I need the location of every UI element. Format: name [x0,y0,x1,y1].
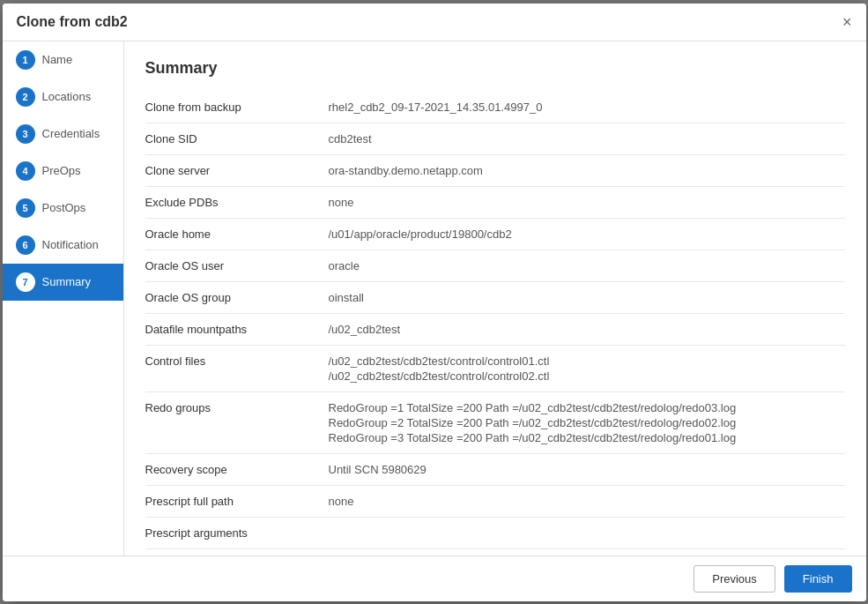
step-badge-3: 3 [16,124,35,144]
row-label: Oracle home [145,218,322,250]
row-value: none [322,186,845,218]
modal-body: 1 Name 2 Locations 3 Credentials 4 PreOp… [3,41,866,556]
row-label: Control files [145,345,322,391]
row-value: ora-standby.demo.netapp.com [322,154,845,186]
table-row: Oracle home/u01/app/oracle/product/19800… [145,218,845,250]
row-label: Postscript full path [145,548,322,556]
table-row: Exclude PDBsnone [145,186,845,218]
step-badge-4: 4 [16,161,35,181]
row-label: Exclude PDBs [145,186,322,218]
sidebar-item-postops[interactable]: 5 PostOps [3,190,123,227]
modal-header: Clone from cdb2 × [3,4,866,41]
row-label: Recovery scope [145,453,322,485]
previous-button[interactable]: Previous [694,565,775,593]
sidebar-item-label-credentials: Credentials [42,127,100,140]
modal-title: Clone from cdb2 [17,14,128,30]
step-badge-7: 7 [16,272,35,292]
table-row: Control files/u02_cdb2test/cdb2test/cont… [145,345,845,391]
content-title: Summary [145,59,845,78]
sidebar: 1 Name 2 Locations 3 Credentials 4 PreOp… [3,41,124,556]
row-value: Until SCN 5980629 [322,453,845,485]
content-area: Summary Clone from backuprhel2_cdb2_09-1… [124,41,866,556]
row-label: Oracle OS group [145,281,322,313]
sidebar-item-label-notification: Notification [42,238,99,251]
step-badge-5: 5 [16,198,35,218]
sidebar-item-preops[interactable]: 4 PreOps [3,153,123,190]
table-row: Redo groupsRedoGroup =1 TotalSize =200 P… [145,391,845,453]
sidebar-item-credentials[interactable]: 3 Credentials [3,116,123,153]
table-row: Oracle OS useroracle [145,250,845,281]
row-value: rhel2_cdb2_09-17-2021_14.35.01.4997_0 [322,92,845,123]
sidebar-item-locations[interactable]: 2 Locations [3,78,123,116]
close-button[interactable]: × [842,14,852,30]
modal: Clone from cdb2 × 1 Name 2 Locations 3 C… [3,4,866,601]
sidebar-item-label-locations: Locations [42,90,92,103]
sidebar-item-label-name: Name [42,53,73,66]
finish-button[interactable]: Finish [784,565,852,593]
row-value: /u01/app/oracle/product/19800/cdb2 [322,218,845,250]
row-value [322,517,845,548]
table-row: Postscript full pathnone [145,548,845,556]
table-row: Clone serverora-standby.demo.netapp.com [145,154,845,186]
row-value: oinstall [322,281,845,313]
summary-table: Clone from backuprhel2_cdb2_09-17-2021_1… [145,92,845,556]
table-row: Prescript full pathnone [145,485,845,517]
row-label: Clone server [145,154,322,186]
step-badge-2: 2 [16,87,35,107]
table-row: Oracle OS groupoinstall [145,281,845,313]
row-label: Clone SID [145,123,322,154]
row-label: Prescript full path [145,485,322,517]
row-label: Prescript arguments [145,517,322,548]
row-label: Datafile mountpaths [145,313,322,345]
sidebar-item-name[interactable]: 1 Name [3,41,123,78]
row-value: /u02_cdb2test/cdb2test/control/control01… [322,345,845,391]
row-value: oracle [322,250,845,281]
row-label: Redo groups [145,391,322,453]
row-value: none [322,485,845,517]
modal-overlay: Clone from cdb2 × 1 Name 2 Locations 3 C… [0,0,868,604]
row-value: /u02_cdb2test [322,313,845,345]
row-value: cdb2test [322,123,845,154]
row-value: none [322,548,845,556]
sidebar-item-label-preops: PreOps [42,164,81,177]
table-row: Clone SIDcdb2test [145,123,845,154]
table-row: Prescript arguments [145,517,845,548]
row-label: Clone from backup [145,92,322,123]
table-row: Datafile mountpaths/u02_cdb2test [145,313,845,345]
sidebar-item-notification[interactable]: 6 Notification [3,227,123,264]
step-badge-1: 1 [16,50,35,70]
row-value: RedoGroup =1 TotalSize =200 Path =/u02_c… [322,391,845,453]
table-row: Recovery scopeUntil SCN 5980629 [145,453,845,485]
step-badge-6: 6 [16,235,35,255]
modal-footer: Previous Finish [3,556,866,601]
sidebar-item-label-summary: Summary [42,275,92,288]
sidebar-item-summary[interactable]: 7 Summary [3,264,123,301]
sidebar-item-label-postops: PostOps [42,201,86,214]
table-row: Clone from backuprhel2_cdb2_09-17-2021_1… [145,92,845,123]
row-label: Oracle OS user [145,250,322,281]
